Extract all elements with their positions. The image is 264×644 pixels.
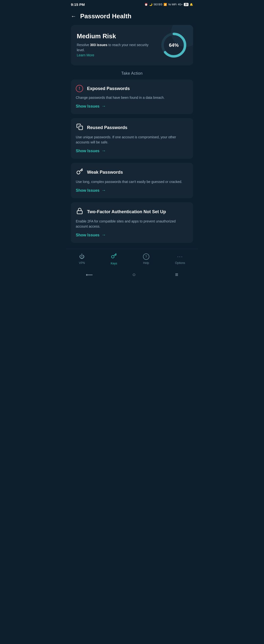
risk-percentage-text: 64% xyxy=(169,42,179,48)
help-label: Help xyxy=(143,261,149,265)
back-button[interactable]: ← xyxy=(71,13,76,20)
svg-rect-2 xyxy=(79,126,83,130)
system-navigation: ⟵ ○ ≡ xyxy=(66,268,198,280)
twofa-show-issues-button[interactable]: Show Issues → xyxy=(76,232,106,238)
take-action-label: Take Action xyxy=(66,71,198,76)
reused-passwords-icon xyxy=(76,124,84,132)
exposed-passwords-title: Exposed Passwords xyxy=(87,86,130,91)
keys-icon xyxy=(111,253,117,260)
twofa-icon xyxy=(76,208,84,216)
twofa-card: Two-Factor Authentication Not Set Up Ena… xyxy=(71,202,193,243)
status-time: 9:15 PM xyxy=(71,2,85,6)
header: ← Password Health xyxy=(66,8,198,25)
risk-desc-prefix: Resolve xyxy=(77,43,90,47)
twofa-desc: Enable 2FA for compatible sites and apps… xyxy=(76,219,188,229)
vpn-icon: ⏻ xyxy=(79,254,85,260)
weak-passwords-icon xyxy=(76,168,84,176)
risk-card: Medium Risk Resolve 303 issues to reach … xyxy=(71,25,193,66)
risk-percentage-circle: 64% xyxy=(160,32,187,58)
weak-passwords-card: Weak Passwords Use long, complex passwor… xyxy=(71,163,193,198)
network-speed: 563 B/S xyxy=(154,3,163,6)
learn-more-link[interactable]: Learn More xyxy=(77,53,94,57)
reused-passwords-title: Reused Passwords xyxy=(87,125,127,130)
vpn-label: VPN xyxy=(79,261,85,265)
moon-icon: 🌙 xyxy=(149,3,153,6)
reused-show-issues-button[interactable]: Show Issues → xyxy=(76,148,106,154)
alert-circle-icon: ! xyxy=(76,85,83,92)
weak-show-issues-label: Show Issues xyxy=(76,188,99,193)
signal-icon: 4G+ xyxy=(178,3,183,6)
exposed-show-issues-button[interactable]: Show Issues → xyxy=(76,104,106,109)
card-header-reused: Reused Passwords xyxy=(76,124,188,132)
help-icon: ? xyxy=(143,254,149,260)
options-label: Options xyxy=(175,261,185,265)
alarm-icon: ⏰ xyxy=(145,3,148,6)
options-icon: ··· xyxy=(177,254,183,260)
twofa-title: Two-Factor Authentication Not Set Up xyxy=(87,209,166,214)
status-icons: ⏰ 🌙 563 B/S 📶 Vo WiFi 4G+ 20 🔔 xyxy=(145,3,193,6)
reused-show-issues-label: Show Issues xyxy=(76,149,99,153)
weak-passwords-desc: Use long, complex passwords that can't e… xyxy=(76,179,188,184)
weak-arrow-icon: → xyxy=(101,188,106,193)
carrier: Vo WiFi xyxy=(168,3,177,6)
card-header-twofa: Two-Factor Authentication Not Set Up xyxy=(76,208,188,216)
system-home-icon[interactable]: ○ xyxy=(132,272,136,278)
system-back-icon[interactable]: ⟵ xyxy=(86,272,93,278)
action-cards: ! Exposed Passwords Change passwords tha… xyxy=(66,80,198,243)
card-header-exposed: ! Exposed Passwords xyxy=(76,85,188,92)
bottom-navigation: ⏻ VPN Keys ? Help ··· Options xyxy=(66,249,198,268)
risk-info: Medium Risk Resolve 303 issues to reach … xyxy=(77,32,156,58)
exposed-passwords-desc: Change passwords that have been found in… xyxy=(76,95,188,100)
reused-passwords-card: Reused Passwords Use unique passwords. I… xyxy=(71,118,193,159)
nav-item-vpn[interactable]: ⏻ VPN xyxy=(79,254,85,265)
risk-card-wrapper: Medium Risk Resolve 303 issues to reach … xyxy=(66,25,198,66)
svg-rect-4 xyxy=(77,211,82,214)
exposed-arrow-icon: → xyxy=(101,104,106,109)
weak-passwords-title: Weak Passwords xyxy=(87,170,123,175)
reused-passwords-desc: Use unique passwords. If one account is … xyxy=(76,135,188,145)
nav-item-options[interactable]: ··· Options xyxy=(175,254,185,265)
risk-description: Resolve 303 issues to reach your next se… xyxy=(77,42,156,58)
keys-label: Keys xyxy=(111,262,117,265)
status-bar: 9:15 PM ⏰ 🌙 563 B/S 📶 Vo WiFi 4G+ 20 🔔 xyxy=(66,0,198,8)
exposed-passwords-icon: ! xyxy=(76,85,84,92)
wifi-icon: 📶 xyxy=(164,3,167,6)
twofa-arrow-icon: → xyxy=(101,232,106,238)
risk-level: Medium Risk xyxy=(77,32,156,40)
battery-indicator: 20 xyxy=(184,3,188,6)
exposed-show-issues-label: Show Issues xyxy=(76,104,99,108)
system-menu-icon[interactable]: ≡ xyxy=(175,272,178,278)
nav-item-help[interactable]: ? Help xyxy=(143,254,149,265)
nav-item-keys[interactable]: Keys xyxy=(111,253,117,265)
noti-icon: 🔔 xyxy=(190,3,193,6)
card-header-weak: Weak Passwords xyxy=(76,168,188,176)
page-title: Password Health xyxy=(80,12,131,20)
exposed-passwords-card: ! Exposed Passwords Change passwords tha… xyxy=(71,80,193,114)
twofa-show-issues-label: Show Issues xyxy=(76,233,99,237)
issue-count: 303 issues xyxy=(90,43,107,47)
weak-show-issues-button[interactable]: Show Issues → xyxy=(76,188,106,193)
reused-arrow-icon: → xyxy=(101,148,106,154)
